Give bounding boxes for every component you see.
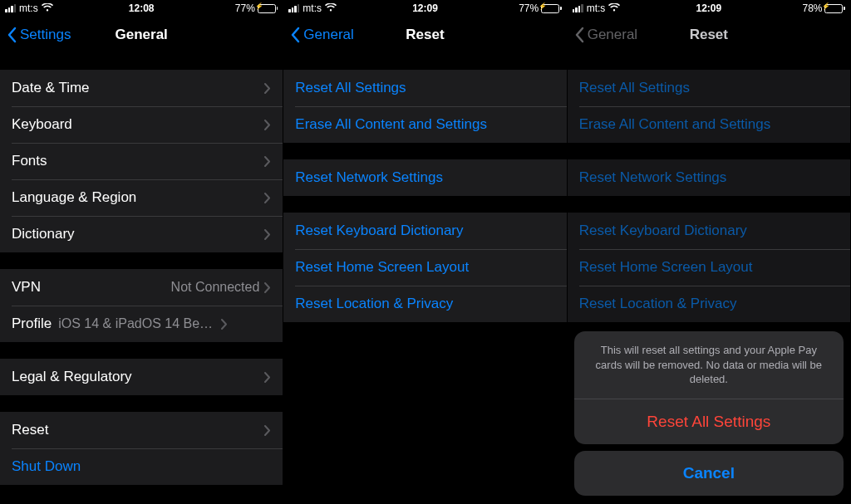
chevron-left-icon (290, 27, 300, 43)
row-reset-all-settings[interactable]: Reset All Settings (283, 70, 566, 106)
row-reset[interactable]: Reset (0, 412, 283, 448)
wifi-icon (42, 2, 53, 14)
list-group: Reset All Settings Erase All Content and… (568, 70, 850, 143)
screen-reset-confirm: mt:s 12:09 78% ⚡ General Reset Reset All… (568, 0, 851, 504)
row-reset-keyboard-dictionary[interactable]: Reset Keyboard Dictionary (283, 213, 566, 249)
status-bar: mt:s 12:09 78% ⚡ (568, 0, 850, 17)
list-group: Reset All Settings Erase All Content and… (283, 70, 566, 143)
status-right: 77% ⚡ (519, 2, 562, 14)
list-group: Reset Network Settings (568, 159, 850, 196)
battery-icon: ⚡ (541, 4, 562, 13)
chevron-right-icon (264, 229, 271, 240)
row-reset-location-privacy[interactable]: Reset Location & Privacy (283, 286, 566, 322)
row-vpn[interactable]: VPNNot Connected (0, 269, 283, 306)
list-group: Reset Shut Down (0, 412, 283, 485)
battery-percent: 77% (235, 2, 255, 14)
row-profile[interactable]: ProfileiOS 14 & iPadOS 14 Beta Softwar..… (0, 306, 283, 342)
signal-icon (288, 4, 299, 12)
chevron-right-icon (264, 120, 271, 130)
battery-icon: ⚡ (258, 4, 278, 13)
row-reset-home-screen: Reset Home Screen Layout (568, 249, 850, 286)
back-label: General (588, 27, 637, 43)
list-group: Legal & Regulatory (0, 359, 283, 395)
nav-title: General (116, 27, 168, 43)
nav-bar: General Reset (568, 17, 850, 53)
row-shut-down[interactable]: Shut Down (0, 448, 283, 485)
chevron-right-icon (264, 193, 271, 203)
signal-icon (573, 4, 583, 12)
row-reset-all-settings: Reset All Settings (568, 70, 850, 106)
action-sheet-cancel-block: Cancel (574, 451, 844, 496)
screen-reset: mt:s 12:09 77% ⚡ General Reset Reset All… (283, 0, 567, 504)
status-right: 77% ⚡ (235, 2, 278, 14)
list-group: Reset Network Settings (283, 159, 566, 196)
row-dictionary[interactable]: Dictionary (0, 216, 283, 252)
carrier-label: mt:s (19, 2, 38, 14)
signal-icon (5, 4, 16, 12)
action-sheet: This will reset all settings and your Ap… (574, 331, 844, 496)
nav-bar: General Reset (283, 17, 566, 53)
row-erase-all-content[interactable]: Erase All Content and Settings (283, 106, 566, 143)
reset-list: Reset All Settings Erase All Content and… (283, 53, 566, 504)
status-right: 78% ⚡ (802, 2, 845, 14)
nav-title: Reset (406, 27, 444, 43)
carrier-label: mt:s (587, 2, 606, 14)
action-sheet-message: This will reset all settings and your Ap… (574, 331, 844, 399)
status-left: mt:s (288, 2, 337, 14)
row-value: Not Connected (171, 280, 260, 295)
status-time: 12:09 (412, 2, 438, 14)
row-language-region[interactable]: Language & Region (0, 179, 283, 216)
status-left: mt:s (573, 2, 621, 14)
row-erase-all-content: Erase All Content and Settings (568, 106, 850, 143)
row-fonts[interactable]: Fonts (0, 143, 283, 179)
status-bar: mt:s 12:09 77% ⚡ (283, 0, 566, 17)
row-reset-location-privacy: Reset Location & Privacy (568, 286, 850, 322)
screen-general: mt:s 12:08 77% ⚡ Settings General Date &… (0, 0, 283, 504)
cancel-button[interactable]: Cancel (574, 451, 844, 496)
row-reset-network[interactable]: Reset Network Settings (283, 159, 566, 196)
chevron-right-icon (264, 282, 271, 293)
list-group: Reset Keyboard Dictionary Reset Home Scr… (568, 213, 850, 322)
chevron-right-icon (264, 156, 271, 167)
status-time: 12:08 (129, 2, 155, 14)
settings-list: Date & Time Keyboard Fonts Language & Re… (0, 53, 283, 504)
battery-percent: 77% (519, 2, 539, 14)
chevron-right-icon (264, 425, 271, 436)
chevron-left-icon (7, 27, 17, 43)
back-button: General (574, 27, 637, 43)
row-keyboard[interactable]: Keyboard (0, 106, 283, 143)
back-button[interactable]: General (290, 27, 353, 43)
list-group: Date & Time Keyboard Fonts Language & Re… (0, 70, 283, 252)
battery-icon: ⚡ (824, 4, 845, 13)
action-sheet-main: This will reset all settings and your Ap… (574, 331, 844, 444)
row-date-time[interactable]: Date & Time (0, 70, 283, 106)
chevron-right-icon (221, 319, 228, 330)
back-button[interactable]: Settings (7, 27, 71, 43)
status-bar: mt:s 12:08 77% ⚡ (0, 0, 283, 17)
reset-all-settings-button[interactable]: Reset All Settings (574, 399, 844, 444)
list-group: VPNNot Connected ProfileiOS 14 & iPadOS … (0, 269, 283, 342)
chevron-left-icon (574, 27, 584, 43)
list-group: Reset Keyboard Dictionary Reset Home Scr… (283, 213, 566, 322)
status-left: mt:s (5, 2, 53, 14)
chevron-right-icon (264, 372, 271, 383)
row-value: iOS 14 & iPadOS 14 Beta Softwar... (58, 316, 216, 331)
row-reset-home-screen[interactable]: Reset Home Screen Layout (283, 249, 566, 286)
chevron-right-icon (264, 83, 271, 94)
row-reset-network: Reset Network Settings (568, 159, 850, 196)
row-legal-regulatory[interactable]: Legal & Regulatory (0, 359, 283, 395)
wifi-icon (608, 2, 620, 14)
row-reset-keyboard-dictionary: Reset Keyboard Dictionary (568, 213, 850, 249)
status-time: 12:09 (696, 2, 721, 14)
nav-title: Reset (690, 27, 728, 43)
carrier-label: mt:s (303, 2, 322, 14)
back-label: General (303, 27, 353, 43)
battery-percent: 78% (802, 2, 822, 14)
back-label: Settings (20, 27, 71, 43)
nav-bar: Settings General (0, 17, 283, 53)
wifi-icon (325, 2, 337, 14)
